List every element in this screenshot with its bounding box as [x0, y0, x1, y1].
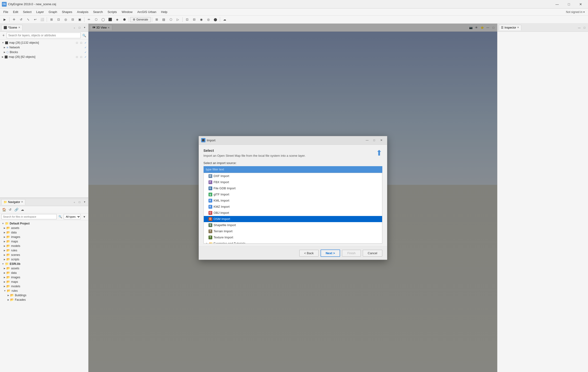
export-btn4[interactable]: ◎ — [205, 17, 211, 23]
nav-collapse-btn[interactable]: ⬦ — [72, 200, 76, 204]
nav-item-esrilib[interactable]: ▼ 📁 ESRI.lib — [0, 262, 88, 266]
menu-edit[interactable]: Edit — [10, 9, 21, 15]
nav-item-esri-images[interactable]: ▶ 📂 images — [0, 275, 88, 279]
close-button[interactable]: ✕ — [575, 1, 586, 8]
nav-item-esri-data[interactable]: ▶ 📂 data — [0, 271, 88, 275]
menu-layer[interactable]: Layer — [34, 9, 46, 15]
cam-btn1[interactable]: ⊞ — [153, 17, 160, 23]
back-button[interactable]: < Back — [299, 250, 319, 257]
export-btn5[interactable]: ⬤ — [212, 17, 219, 23]
inspector-minimize-btn[interactable]: — — [577, 25, 581, 30]
maximize-button[interactable]: □ — [564, 1, 574, 8]
magnet-button[interactable]: ◎ — [62, 17, 69, 23]
snap-button[interactable]: ⊞ — [48, 17, 55, 23]
menu-arcgis-urban[interactable]: ArcGIS Urban — [135, 9, 159, 15]
play-button[interactable]: ▶ — [1, 17, 8, 23]
export-btn3[interactable]: ◉ — [198, 17, 204, 23]
import-item-gltf[interactable]: g glTF Import — [204, 191, 382, 197]
nav-item-buildings[interactable]: ▶ 📂 Buildings — [0, 293, 88, 297]
inspector-maximize-btn[interactable]: □ — [582, 25, 587, 30]
nav-item-scenes[interactable]: ▶ 📂 scenes — [0, 252, 88, 257]
dialog-maximize-btn[interactable]: □ — [371, 137, 378, 143]
nav-item-maps[interactable]: ▶ 📂 maps — [0, 239, 88, 244]
inspector-tab-close[interactable]: ✕ — [517, 26, 519, 29]
import-item-fbx[interactable]: F FBX Import — [204, 179, 382, 185]
nav-item-rules[interactable]: ▶ 📂 rules — [0, 248, 88, 252]
align-button[interactable]: ⊟ — [69, 17, 76, 23]
dialog-minimize-btn[interactable]: — — [364, 137, 370, 143]
visibility-icon[interactable]: □ — [75, 55, 79, 59]
dialog-close-btn[interactable]: ✕ — [378, 137, 385, 143]
scene-maximize-btn[interactable]: □ — [77, 25, 82, 30]
nav-item-esri-models[interactable]: ▶ 📂 models — [0, 284, 88, 288]
nav-item-default-project[interactable]: ▼ 📁 Default Project — [0, 221, 88, 226]
check-icon[interactable]: ✓ — [84, 45, 87, 49]
import-item-shapefile[interactable]: S Shapefile Import — [204, 222, 382, 228]
scene-menu-btn[interactable]: ▾ — [83, 25, 87, 30]
menu-scripts[interactable]: Scripts — [105, 9, 119, 15]
import-item-gdb[interactable]: G File GDB Import — [204, 185, 382, 191]
dialog-filter-input[interactable] — [204, 166, 382, 173]
nav-item-data[interactable]: ▶ 📂 data — [0, 230, 88, 235]
tool4[interactable]: ⬛ — [107, 17, 114, 23]
nav-item-models[interactable]: ▶ 📂 models — [0, 244, 88, 248]
paint-button[interactable]: ⬡ — [93, 17, 99, 23]
redo-button[interactable]: ⬜ — [39, 17, 45, 23]
scale-button[interactable]: ⤡ — [25, 17, 31, 23]
menu-select[interactable]: Select — [21, 9, 34, 15]
select-button[interactable]: ◯ — [100, 17, 106, 23]
nav-item-esri-assets[interactable]: ▶ 📂 assets — [0, 266, 88, 271]
visibility-icon[interactable]: □ — [75, 41, 79, 45]
import-item-obj[interactable]: O OBJ Import — [204, 210, 382, 216]
menu-graph[interactable]: Graph — [46, 9, 59, 15]
grid-button[interactable]: ⊡ — [55, 17, 62, 23]
lock-icon[interactable]: □ — [79, 55, 83, 59]
cancel-button[interactable]: Cancel — [363, 250, 382, 257]
undo-button[interactable]: ↩ — [32, 17, 38, 23]
nav-item-assets[interactable]: ▶ 📂 assets — [0, 226, 88, 230]
tree-item-map1132[interactable]: ▼ ⬛ map (26) [1132 objects] □ □ ✓ — [0, 40, 88, 45]
export-btn2[interactable]: ⊟ — [191, 17, 197, 23]
tree-item-network[interactable]: ▶ ≋ Network ✓ — [0, 45, 88, 50]
group-examples[interactable]: ▶ 📁 Examples and Tutorials — [204, 241, 382, 244]
finish-button[interactable]: Finish — [342, 250, 361, 257]
nav-filter-select[interactable]: All types Scenes Rules Assets Maps Model… — [64, 214, 81, 219]
tree-item-blocks[interactable]: ▶ ⬡ Blocks ✓ — [0, 50, 88, 55]
minimize-button[interactable]: — — [552, 1, 563, 8]
generate-button[interactable]: ⚙ Generate — [130, 17, 151, 22]
menu-search[interactable]: Search — [91, 9, 105, 15]
nav-menu-btn[interactable]: ▾ — [83, 200, 87, 204]
import-item-texture[interactable]: T Texture Import — [204, 234, 382, 241]
nav-item-images[interactable]: ▶ 📂 images — [0, 235, 88, 239]
nav-search-icon[interactable]: 🔍 — [58, 214, 63, 219]
tool6[interactable]: ◈ — [114, 17, 121, 23]
nav-link-btn[interactable]: 🔗 — [14, 207, 19, 212]
check-icon[interactable]: ✓ — [84, 55, 87, 59]
menu-analysis[interactable]: Analysis — [74, 9, 91, 15]
draw-button[interactable]: ✏ — [86, 17, 92, 23]
tree-item-map62[interactable]: ▶ ⬛ map (26) [62 objects] □ □ ✓ — [0, 55, 88, 59]
scene-search-input[interactable] — [7, 33, 81, 38]
rotate-button[interactable]: ↺ — [18, 17, 24, 23]
nav-item-facades[interactable]: ▶ 📂 Facades — [0, 297, 88, 302]
check-icon[interactable]: ✓ — [84, 50, 87, 54]
import-item-osm[interactable]: O OSM Import — [204, 216, 382, 222]
navigator-tab[interactable]: 📁 Navigator ✕ — [1, 199, 25, 205]
import-item-kmz[interactable]: K KMZ Import — [204, 204, 382, 210]
import-item-kml[interactable]: K KML Import — [204, 197, 382, 204]
import-item-terrain[interactable]: T Terrain Import — [204, 228, 382, 234]
next-button[interactable]: Next > — [321, 250, 340, 257]
lock-icon[interactable]: □ — [79, 41, 83, 45]
scene-tab-close[interactable]: ✕ — [18, 26, 20, 29]
nav-refresh-btn[interactable]: ↺ — [8, 207, 13, 212]
cam-btn4[interactable]: ▷ — [175, 17, 181, 23]
menu-file[interactable]: File — [1, 9, 10, 15]
nav-maximize-btn[interactable]: □ — [77, 200, 82, 204]
scene-tab[interactable]: ⬛ *Scene ✕ — [1, 25, 22, 31]
cam-btn2[interactable]: ▤ — [160, 17, 167, 23]
nav-search-input[interactable] — [1, 214, 57, 219]
nav-filter-dropdown-btn[interactable]: ▾ — [82, 214, 87, 219]
tool7[interactable]: ⬟ — [121, 17, 128, 23]
navigator-tab-close[interactable]: ✕ — [21, 200, 23, 203]
nav-item-esri-rules[interactable]: ▼ 📂 rules — [0, 288, 88, 293]
